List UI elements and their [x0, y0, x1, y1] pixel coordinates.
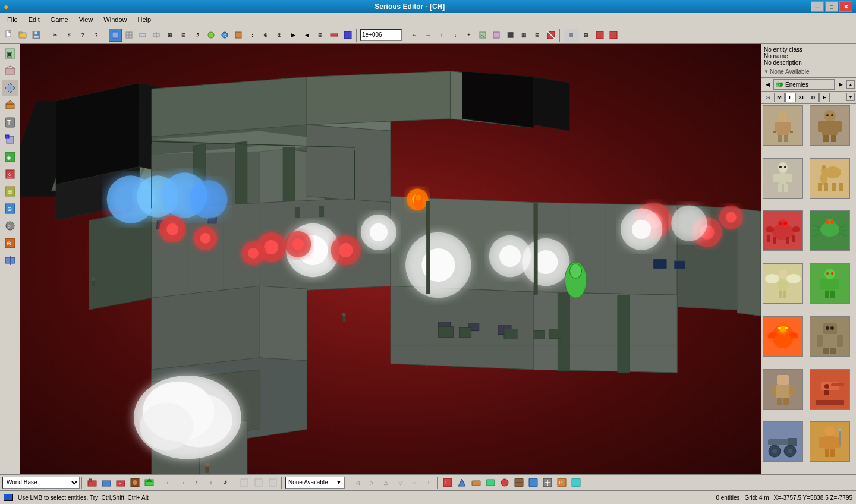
left-btn-5[interactable]: T — [2, 114, 18, 131]
bottom-move-up[interactable]: ↑ — [190, 477, 203, 489]
viewport[interactable] — [20, 44, 761, 474]
tool-right-7[interactable] — [490, 29, 503, 42]
left-btn-4[interactable] — [2, 97, 18, 114]
bottom-none-available-dropdown[interactable]: None Available ▼ — [285, 477, 345, 489]
bottom-btn-2[interactable] — [100, 477, 113, 489]
tool-rotate[interactable]: ↺ — [191, 29, 204, 42]
left-btn-12[interactable]: ⊗ — [2, 235, 18, 251]
tool-btn-3[interactable] — [136, 29, 149, 42]
bottom-right-2[interactable] — [455, 477, 468, 489]
bottom-btn-1[interactable] — [86, 477, 99, 489]
tool-btn-2[interactable] — [122, 29, 136, 42]
size-tab-s[interactable]: S — [763, 93, 773, 102]
size-tab-f[interactable]: F — [819, 93, 830, 102]
tool-btn-10[interactable] — [232, 29, 245, 42]
bottom-right-8[interactable] — [541, 477, 554, 489]
size-tabs-scroll-right[interactable]: ▼ — [846, 93, 855, 101]
enemy-item-mech[interactable] — [763, 369, 803, 410]
enemy-item-camel[interactable] — [810, 158, 850, 199]
left-btn-2[interactable] — [2, 62, 18, 79]
tool-view-1[interactable]: ||| — [564, 29, 579, 42]
world-base-select[interactable]: World Base — [2, 477, 80, 489]
bottom-right-6[interactable] — [512, 477, 525, 489]
enemy-item-red-crab[interactable] — [763, 210, 803, 251]
tool-btn-4[interactable] — [150, 29, 163, 42]
tool-btn-13[interactable]: ⊗ — [273, 29, 286, 42]
browser-next-button[interactable]: ▶ — [836, 80, 845, 89]
browser-scroll-up-button[interactable]: ▲ — [846, 80, 855, 89]
tool-right-2[interactable]: → — [421, 29, 435, 42]
enemy-item-tank[interactable] — [810, 369, 850, 410]
menu-game[interactable]: Game — [46, 15, 73, 24]
tool-right-3[interactable]: ↑ — [435, 29, 448, 42]
enemy-item-golem[interactable] — [810, 316, 850, 357]
enemy-item-fire[interactable] — [763, 316, 803, 357]
tool-btn-6[interactable]: ⊟ — [177, 29, 190, 42]
bottom-right-3[interactable] — [470, 477, 483, 489]
enemy-item-cannon[interactable] — [763, 421, 803, 462]
enemy-item-angel[interactable] — [763, 263, 803, 304]
tool-view-4[interactable] — [607, 29, 620, 42]
left-btn-6[interactable] — [2, 131, 18, 148]
left-btn-13[interactable] — [2, 252, 18, 269]
tool-right-11[interactable] — [545, 29, 558, 42]
tool-btn-17[interactable] — [328, 29, 341, 42]
menu-file[interactable]: File — [2, 15, 23, 24]
minimize-button[interactable]: ─ — [811, 1, 824, 12]
grid-input[interactable] — [360, 29, 402, 41]
bottom-right-10[interactable] — [569, 477, 583, 489]
tool-right-5[interactable]: + — [462, 29, 476, 42]
left-btn-3[interactable] — [2, 80, 18, 96]
tool-right-6[interactable]: S — [476, 29, 489, 42]
close-button[interactable]: ✕ — [839, 1, 852, 12]
entity-dropdown[interactable]: ▼ None Available — [764, 68, 854, 75]
size-tab-xl[interactable]: XL — [797, 93, 807, 102]
tool-right-9[interactable]: ▦ — [517, 29, 530, 42]
bottom-right-4[interactable] — [484, 477, 497, 489]
tool-right-10[interactable]: ⊞ — [531, 29, 544, 42]
bottom-rotate[interactable]: ↺ — [219, 477, 232, 489]
tool-btn-1[interactable] — [109, 29, 122, 42]
menu-view[interactable]: View — [74, 15, 98, 24]
bottom-move-left[interactable]: ← — [162, 477, 175, 489]
browser-category-dropdown[interactable]: 🐲 Enemies — [773, 79, 835, 90]
tool-btn-9[interactable]: S — [218, 29, 231, 42]
bottom-move-down[interactable]: ↓ — [204, 477, 218, 489]
tool-btn-18[interactable] — [341, 29, 354, 42]
enemy-item-warrior[interactable] — [810, 421, 850, 462]
cut-button[interactable]: ✂ — [49, 29, 62, 42]
open-button[interactable] — [16, 29, 29, 42]
tool-btn-12[interactable]: ⊕ — [259, 29, 272, 42]
left-btn-7[interactable]: ◈ — [2, 149, 18, 165]
tool-btn-8[interactable] — [204, 29, 218, 42]
enemy-item-soldier[interactable] — [763, 105, 803, 146]
help2-button[interactable]: ? — [90, 29, 103, 42]
menu-help[interactable]: Help — [133, 15, 156, 24]
left-btn-11[interactable]: ○ — [2, 218, 18, 234]
tool-view-3[interactable] — [593, 29, 606, 42]
bottom-btn-5[interactable] — [143, 477, 156, 489]
bottom-right-9[interactable]: P — [555, 477, 568, 489]
tool-right-4[interactable]: ↓ — [449, 29, 462, 42]
enemy-item-green-enemy[interactable] — [810, 210, 850, 251]
tool-btn-15[interactable]: ◀ — [300, 29, 313, 42]
tool-btn-11[interactable]: ⋮ — [246, 29, 259, 42]
maximize-button[interactable]: □ — [825, 1, 838, 12]
left-btn-10[interactable]: ⊕ — [2, 200, 18, 217]
tool-right-8[interactable]: ⬛ — [503, 29, 517, 42]
left-btn-8[interactable]: ◬ — [2, 166, 18, 182]
left-btn-9[interactable]: ⊞ — [2, 183, 18, 200]
tool-btn-5[interactable]: ⊞ — [163, 29, 177, 42]
save-button[interactable] — [30, 29, 43, 42]
size-tab-m[interactable]: M — [774, 93, 785, 102]
bottom-right-7[interactable] — [527, 477, 540, 489]
copy-button[interactable]: ⎘ — [62, 29, 75, 42]
menu-edit[interactable]: Edit — [24, 15, 45, 24]
tool-right-1[interactable]: ← — [408, 29, 421, 42]
size-tab-d[interactable]: D — [808, 93, 819, 102]
enemy-item-green-humanoid[interactable] — [810, 263, 850, 304]
enemy-item-beast[interactable] — [810, 105, 850, 146]
tool-btn-14[interactable]: ▶ — [287, 29, 300, 42]
left-btn-1[interactable]: ▣ — [2, 45, 18, 62]
bottom-move-right[interactable]: → — [176, 477, 189, 489]
